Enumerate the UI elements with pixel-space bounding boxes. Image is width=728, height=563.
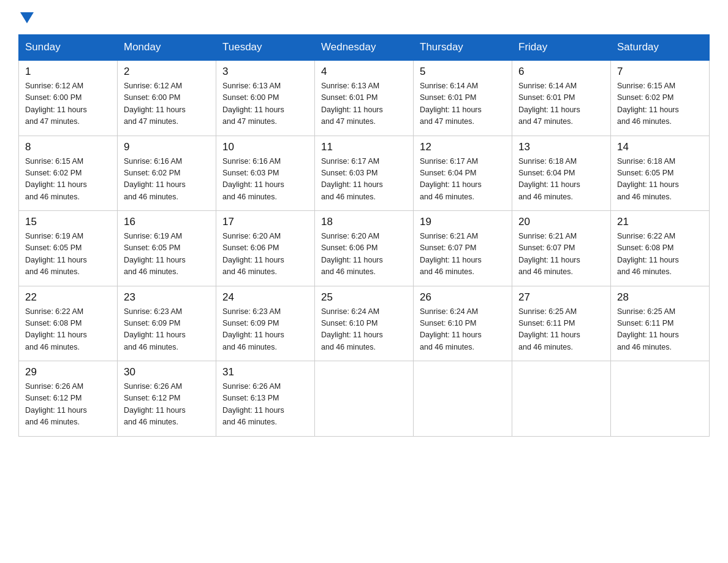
calendar-cell: 7 Sunrise: 6:15 AM Sunset: 6:02 PM Dayli… — [611, 60, 710, 136]
day-number: 10 — [222, 141, 308, 153]
calendar-cell: 22 Sunrise: 6:22 AM Sunset: 6:08 PM Dayl… — [19, 286, 118, 361]
day-info: Sunrise: 6:15 AM Sunset: 6:02 PM Dayligh… — [617, 80, 703, 128]
header-monday: Monday — [118, 35, 216, 61]
day-number: 13 — [518, 141, 604, 153]
calendar-cell: 9 Sunrise: 6:16 AM Sunset: 6:02 PM Dayli… — [118, 136, 216, 211]
day-number: 4 — [321, 66, 407, 78]
day-info: Sunrise: 6:16 AM Sunset: 6:03 PM Dayligh… — [222, 156, 308, 204]
day-info: Sunrise: 6:19 AM Sunset: 6:05 PM Dayligh… — [25, 231, 111, 278]
week-row-1: 1 Sunrise: 6:12 AM Sunset: 6:00 PM Dayli… — [19, 60, 710, 136]
day-number: 17 — [222, 216, 308, 228]
day-number: 21 — [617, 216, 703, 228]
day-number: 7 — [617, 66, 703, 78]
day-info: Sunrise: 6:20 AM Sunset: 6:06 PM Dayligh… — [222, 231, 308, 278]
day-info: Sunrise: 6:16 AM Sunset: 6:02 PM Dayligh… — [124, 156, 210, 204]
calendar-cell: 21 Sunrise: 6:22 AM Sunset: 6:08 PM Dayl… — [611, 211, 710, 286]
day-info: Sunrise: 6:24 AM Sunset: 6:10 PM Dayligh… — [321, 306, 407, 354]
day-info: Sunrise: 6:22 AM Sunset: 6:08 PM Dayligh… — [617, 231, 703, 278]
calendar-cell: 11 Sunrise: 6:17 AM Sunset: 6:03 PM Dayl… — [315, 136, 414, 211]
day-number: 8 — [25, 141, 111, 153]
calendar-cell: 20 Sunrise: 6:21 AM Sunset: 6:07 PM Dayl… — [512, 211, 611, 286]
day-info: Sunrise: 6:17 AM Sunset: 6:03 PM Dayligh… — [321, 156, 407, 204]
day-number: 19 — [420, 216, 506, 228]
day-number: 20 — [518, 216, 604, 228]
calendar-cell: 30 Sunrise: 6:26 AM Sunset: 6:12 PM Dayl… — [118, 361, 216, 437]
day-info: Sunrise: 6:25 AM Sunset: 6:11 PM Dayligh… — [518, 306, 604, 354]
day-info: Sunrise: 6:12 AM Sunset: 6:00 PM Dayligh… — [124, 80, 210, 128]
day-info: Sunrise: 6:24 AM Sunset: 6:10 PM Dayligh… — [420, 306, 506, 354]
calendar-cell: 24 Sunrise: 6:23 AM Sunset: 6:09 PM Dayl… — [216, 286, 315, 361]
header-tuesday: Tuesday — [216, 35, 315, 61]
week-row-4: 22 Sunrise: 6:22 AM Sunset: 6:08 PM Dayl… — [19, 286, 710, 361]
header-friday: Friday — [512, 35, 611, 61]
week-row-2: 8 Sunrise: 6:15 AM Sunset: 6:02 PM Dayli… — [19, 136, 710, 211]
svg-marker-0 — [20, 12, 34, 23]
day-number: 5 — [420, 66, 506, 78]
day-info: Sunrise: 6:22 AM Sunset: 6:08 PM Dayligh… — [25, 306, 111, 354]
day-number: 2 — [124, 66, 210, 78]
week-row-3: 15 Sunrise: 6:19 AM Sunset: 6:05 PM Dayl… — [19, 211, 710, 286]
calendar-cell: 28 Sunrise: 6:25 AM Sunset: 6:11 PM Dayl… — [611, 286, 710, 361]
week-row-5: 29 Sunrise: 6:26 AM Sunset: 6:12 PM Dayl… — [19, 361, 710, 437]
calendar-header-row: SundayMondayTuesdayWednesdayThursdayFrid… — [19, 35, 710, 61]
day-number: 14 — [617, 141, 703, 153]
calendar-body: 1 Sunrise: 6:12 AM Sunset: 6:00 PM Dayli… — [19, 60, 710, 436]
day-number: 23 — [124, 291, 210, 304]
calendar-cell: 19 Sunrise: 6:21 AM Sunset: 6:07 PM Dayl… — [414, 211, 512, 286]
calendar-cell: 23 Sunrise: 6:23 AM Sunset: 6:09 PM Dayl… — [118, 286, 216, 361]
day-number: 25 — [321, 291, 407, 304]
day-number: 18 — [321, 216, 407, 228]
day-number: 30 — [124, 366, 210, 378]
day-info: Sunrise: 6:15 AM Sunset: 6:02 PM Dayligh… — [25, 156, 111, 204]
calendar-cell: 15 Sunrise: 6:19 AM Sunset: 6:05 PM Dayl… — [19, 211, 118, 286]
calendar-cell — [512, 361, 611, 437]
day-number: 16 — [124, 216, 210, 228]
calendar-cell: 25 Sunrise: 6:24 AM Sunset: 6:10 PM Dayl… — [315, 286, 414, 361]
day-info: Sunrise: 6:23 AM Sunset: 6:09 PM Dayligh… — [222, 306, 308, 354]
header-saturday: Saturday — [611, 35, 710, 61]
calendar-cell: 12 Sunrise: 6:17 AM Sunset: 6:04 PM Dayl… — [414, 136, 512, 211]
day-number: 9 — [124, 141, 210, 153]
header-wednesday: Wednesday — [315, 35, 414, 61]
day-info: Sunrise: 6:13 AM Sunset: 6:00 PM Dayligh… — [222, 80, 308, 128]
calendar-cell — [611, 361, 710, 437]
logo — [18, 12, 34, 23]
page-header — [18, 12, 710, 23]
day-number: 12 — [420, 141, 506, 153]
calendar-cell: 31 Sunrise: 6:26 AM Sunset: 6:13 PM Dayl… — [216, 361, 315, 437]
day-info: Sunrise: 6:14 AM Sunset: 6:01 PM Dayligh… — [518, 80, 604, 128]
calendar-cell: 3 Sunrise: 6:13 AM Sunset: 6:00 PM Dayli… — [216, 60, 315, 136]
day-info: Sunrise: 6:17 AM Sunset: 6:04 PM Dayligh… — [420, 156, 506, 204]
calendar-cell: 18 Sunrise: 6:20 AM Sunset: 6:06 PM Dayl… — [315, 211, 414, 286]
day-number: 24 — [222, 291, 308, 304]
day-info: Sunrise: 6:26 AM Sunset: 6:12 PM Dayligh… — [25, 381, 111, 429]
calendar-cell: 8 Sunrise: 6:15 AM Sunset: 6:02 PM Dayli… — [19, 136, 118, 211]
day-number: 11 — [321, 141, 407, 153]
day-info: Sunrise: 6:23 AM Sunset: 6:09 PM Dayligh… — [124, 306, 210, 354]
calendar-cell: 14 Sunrise: 6:18 AM Sunset: 6:05 PM Dayl… — [611, 136, 710, 211]
calendar-cell: 17 Sunrise: 6:20 AM Sunset: 6:06 PM Dayl… — [216, 211, 315, 286]
logo-triangle-icon — [20, 12, 34, 23]
calendar-cell: 27 Sunrise: 6:25 AM Sunset: 6:11 PM Dayl… — [512, 286, 611, 361]
day-info: Sunrise: 6:14 AM Sunset: 6:01 PM Dayligh… — [420, 80, 506, 128]
day-info: Sunrise: 6:25 AM Sunset: 6:11 PM Dayligh… — [617, 306, 703, 354]
day-info: Sunrise: 6:18 AM Sunset: 6:04 PM Dayligh… — [518, 156, 604, 204]
calendar-cell: 2 Sunrise: 6:12 AM Sunset: 6:00 PM Dayli… — [118, 60, 216, 136]
day-info: Sunrise: 6:21 AM Sunset: 6:07 PM Dayligh… — [518, 231, 604, 278]
day-number: 29 — [25, 366, 111, 378]
day-number: 1 — [25, 66, 111, 78]
calendar-cell — [414, 361, 512, 437]
calendar-cell: 10 Sunrise: 6:16 AM Sunset: 6:03 PM Dayl… — [216, 136, 315, 211]
calendar-cell: 1 Sunrise: 6:12 AM Sunset: 6:00 PM Dayli… — [19, 60, 118, 136]
day-info: Sunrise: 6:26 AM Sunset: 6:12 PM Dayligh… — [124, 381, 210, 429]
day-info: Sunrise: 6:13 AM Sunset: 6:01 PM Dayligh… — [321, 80, 407, 128]
day-number: 3 — [222, 66, 308, 78]
day-info: Sunrise: 6:21 AM Sunset: 6:07 PM Dayligh… — [420, 231, 506, 278]
calendar-cell: 4 Sunrise: 6:13 AM Sunset: 6:01 PM Dayli… — [315, 60, 414, 136]
day-info: Sunrise: 6:19 AM Sunset: 6:05 PM Dayligh… — [124, 231, 210, 278]
day-number: 31 — [222, 366, 308, 378]
day-number: 26 — [420, 291, 506, 304]
day-number: 27 — [518, 291, 604, 304]
day-info: Sunrise: 6:20 AM Sunset: 6:06 PM Dayligh… — [321, 231, 407, 278]
day-number: 28 — [617, 291, 703, 304]
